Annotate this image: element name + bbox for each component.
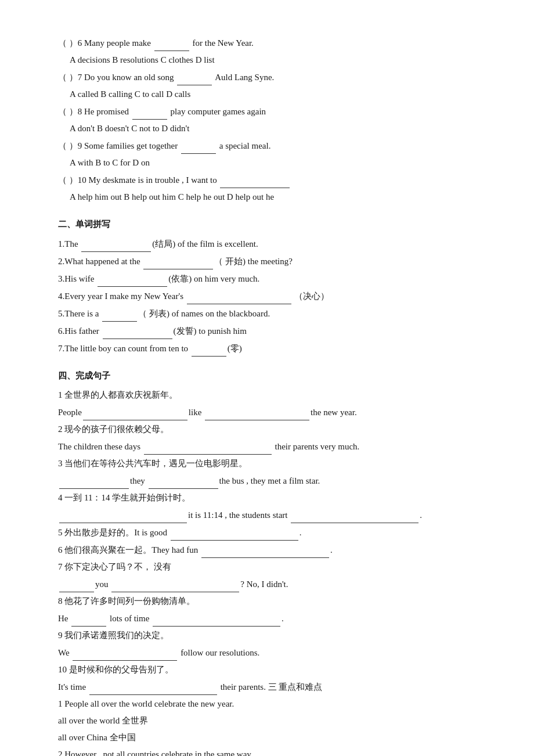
cs-9-en: We follow our resolutions. [58,645,488,661]
cs-4-en: it is 11:14 , the students start . [58,507,488,523]
cs-3-cn: 3 当他们在等待公共汽车时，遇见一位电影明星。 [58,456,488,471]
q9-options: A with B to C for D on [58,155,488,171]
multiple-choice-section: （ ）6 Many people make for the New Year. … [58,35,488,205]
cs-7-en: you ? No, I didn't. [58,576,488,592]
key-point-2-en: 2 However , not all countries celebrate … [58,747,488,756]
vocab-5: 5.There is a （ 列表) of names on the black… [58,305,488,322]
q7-blank [177,69,212,85]
q6-blank [154,35,189,51]
q8-line1: （ ）8 He promised play computer games aga… [58,103,488,120]
vocab-title: 二、单词拼写 [58,217,488,232]
cs-8-en: He lots of time . [58,610,488,627]
vocab-3: 3.His wife (依靠) on him very much. [58,271,488,287]
vocab-4: 4.Every year I make my New Year's （决心） [58,288,488,304]
cs-7-cn: 7 你下定决心了吗？不， 没有 [58,559,488,575]
cs-6-cn: 6 他们很高兴聚在一起。They had fun . [58,542,488,558]
q8-blank [132,103,167,120]
cs-4-cn: 4 一到 11：14 学生就开始倒计时。 [58,490,488,506]
cs-8-cn: 8 他花了许多时间列一份购物清单。 [58,593,488,609]
cs-2-en: The children these days their parents ve… [58,438,488,455]
complete-sentences-title: 四、完成句子 [58,368,488,384]
q9-blank [181,138,216,154]
q8-options: A don't B doesn't C not to D didn't [58,121,488,136]
cs-5-cn: 5 外出散步是好的。It is good . [58,524,488,541]
complete-sentences-section: 四、完成句子 1 全世界的人都喜欢庆祝新年。 People like the n… [58,368,488,756]
key-point-1-en: 1 People all over the world celebrate th… [58,696,488,712]
cs-10-en: It's time their parents. 三 重点和难点 [58,679,488,695]
cs-10-cn: 10 是时候和你的父母告别了。 [58,662,488,678]
cs-1-en: People like the new year. [58,404,488,420]
vocab-2: 2.What happened at the （ 开始) the meeting… [58,253,488,269]
q7-line1: （ ）7 Do you know an old song Auld Lang S… [58,69,488,85]
vocab-7: 7.The little boy can count from ten to (… [58,340,488,357]
q9-line1: （ ）9 Some families get together a specia… [58,138,488,154]
q6-options: A decisions B resolutions C clothes D li… [58,52,488,68]
cs-2-cn: 2 现今的孩子们很依赖父母。 [58,422,488,437]
cs-9-cn: 9 我们承诺遵照我们的决定。 [58,628,488,643]
vocab-6: 6.His father (发誓) to punish him [58,323,488,339]
cs-3-en: they the bus , they met a film star. [58,473,488,489]
vocab-1: 1.The (结局) of the film is excellent. [58,236,488,252]
key-point-1-note1: all over the world 全世界 [58,713,488,729]
vocab-section: 二、单词拼写 1.The (结局) of the film is excelle… [58,217,488,357]
q10-line1: （ ）10 My deskmate is in trouble , I want… [58,172,488,188]
key-point-1-note2: all over China 全中国 [58,730,488,746]
q7-options: A called B calling C to call D calls [58,87,488,102]
cs-1-cn: 1 全世界的人都喜欢庆祝新年。 [58,387,488,403]
q6-line1: （ ）6 Many people make for the New Year. [58,35,488,51]
q10-blank [220,172,290,188]
q10-options: A help him out B help out him C help he … [58,189,488,205]
